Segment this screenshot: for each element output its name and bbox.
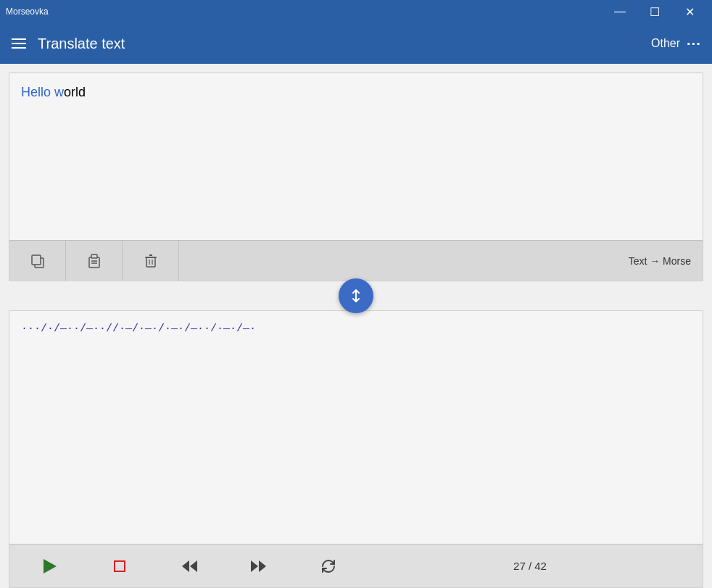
direction-label: Text → Morse <box>629 255 703 267</box>
swap-button[interactable] <box>339 278 373 313</box>
stop-button[interactable] <box>85 544 154 588</box>
copy-icon <box>30 253 46 269</box>
bottom-toolbar: 27 / 42 <box>9 544 703 587</box>
input-highlight-text: Hello w <box>21 85 64 99</box>
hamburger-menu[interactable] <box>12 38 26 49</box>
hamburger-line-3 <box>12 47 26 49</box>
more-options-button[interactable]: ⋯ <box>686 35 700 52</box>
input-section: Hello world <box>9 73 703 281</box>
copy-button[interactable] <box>9 241 66 281</box>
input-display-area: Hello world <box>9 73 703 240</box>
forward-button[interactable] <box>224 544 294 588</box>
svg-marker-12 <box>190 560 197 572</box>
forward-icon <box>250 559 268 573</box>
playback-counter: 27 / 42 <box>363 560 697 572</box>
morse-output: ···/·/—··/—··//·—/·—·/·—·/—··/·—·/—· <box>9 311 703 544</box>
svg-rect-3 <box>91 254 97 258</box>
title-bar-left: Morseovka <box>6 7 49 17</box>
rewind-icon <box>181 559 198 573</box>
page-title: Translate text <box>38 36 125 52</box>
title-bar-controls: — ☐ ✕ <box>603 0 706 23</box>
svg-rect-6 <box>146 257 155 267</box>
other-button[interactable]: Other <box>651 37 680 50</box>
morse-text: ···/·/—··/—··//·—/·—·/·—·/—··/·—·/—· <box>21 323 256 335</box>
input-toolbar: Text → Morse <box>9 240 703 281</box>
minimize-button[interactable]: — <box>603 0 637 23</box>
app-bar-left: Translate text <box>12 36 125 52</box>
refresh-icon <box>320 558 337 575</box>
stop-icon <box>114 560 125 572</box>
app-bar: Translate text Other ⋯ <box>0 23 712 64</box>
refresh-button[interactable] <box>294 544 363 588</box>
input-plain-text: orld <box>64 85 86 99</box>
svg-rect-1 <box>32 255 41 265</box>
hamburger-line-1 <box>12 38 26 40</box>
rewind-button[interactable] <box>154 544 224 588</box>
paste-button[interactable] <box>66 241 123 281</box>
svg-marker-13 <box>251 560 258 572</box>
play-icon <box>44 559 57 573</box>
trash-icon <box>143 253 159 269</box>
clear-button[interactable] <box>123 241 179 281</box>
maximize-button[interactable]: ☐ <box>638 0 671 23</box>
close-button[interactable]: ✕ <box>673 0 706 23</box>
swap-container <box>9 278 703 313</box>
svg-marker-11 <box>182 560 189 572</box>
svg-rect-2 <box>89 257 99 268</box>
hamburger-line-2 <box>12 43 26 44</box>
svg-marker-14 <box>259 560 266 572</box>
swap-icon <box>348 288 364 304</box>
app-name: Morseovka <box>6 7 49 17</box>
app-bar-right: Other ⋯ <box>651 35 700 52</box>
play-button[interactable] <box>15 544 85 588</box>
main-content: Hello world <box>0 64 712 588</box>
output-section: ···/·/—··/—··//·—/·—·/·—·/—··/·—·/—· <box>9 310 703 588</box>
paste-icon <box>86 253 102 269</box>
title-bar: Morseovka — ☐ ✕ <box>0 0 712 23</box>
